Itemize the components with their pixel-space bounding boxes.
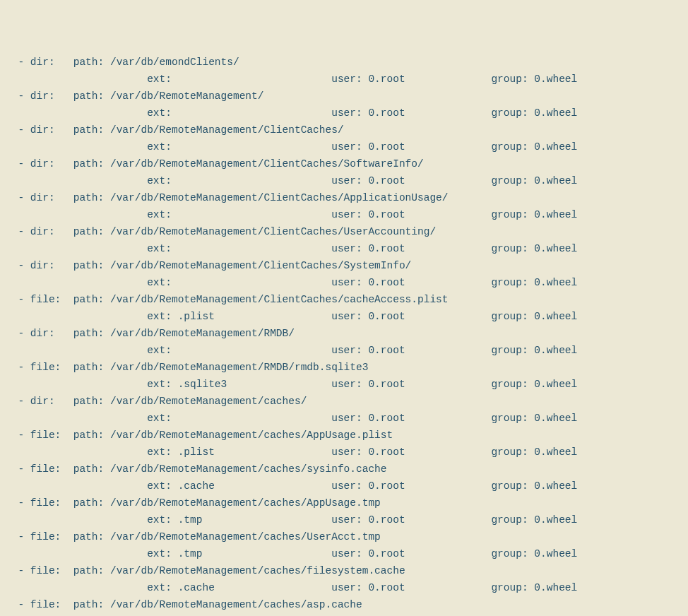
entry-line-path: - file: path: /var/db/RemoteManagement/c…	[6, 494, 682, 511]
entry-line-meta: ext: user: 0.root group: 0.wheel	[6, 71, 682, 88]
entry-line-meta: ext: user: 0.root group: 0.wheel	[6, 138, 682, 155]
entry-line-meta: ext: .cache user: 0.root group: 0.wheel	[6, 579, 682, 596]
entry-line-meta: ext: user: 0.root group: 0.wheel	[6, 105, 682, 122]
entry-line-path: - file: path: /var/db/RemoteManagement/c…	[6, 461, 682, 478]
entry-line-path: - file: path: /var/db/RemoteManagement/c…	[6, 427, 682, 444]
entry-line-meta: ext: .cache user: 0.root group: 0.wheel	[6, 613, 682, 616]
entry-line-path: - file: path: /var/db/RemoteManagement/c…	[6, 528, 682, 545]
entry-line-path: - dir: path: /var/db/RemoteManagement/RM…	[6, 325, 682, 342]
entry-line-meta: ext: .sqlite3 user: 0.root group: 0.whee…	[6, 376, 682, 393]
entry-line-path: - dir: path: /var/db/RemoteManagement/ca…	[6, 393, 682, 410]
entry-line-meta: ext: .tmp user: 0.root group: 0.wheel	[6, 511, 682, 528]
entry-line-meta: ext: user: 0.root group: 0.wheel	[6, 410, 682, 427]
entry-line-meta: ext: .cache user: 0.root group: 0.wheel	[6, 478, 682, 494]
entry-line-path: - dir: path: /var/db/RemoteManagement/Cl…	[6, 223, 682, 240]
entry-line-meta: ext: .tmp user: 0.root group: 0.wheel	[6, 545, 682, 562]
entry-line-path: - dir: path: /var/db/RemoteManagement/Cl…	[6, 189, 682, 206]
entry-line-path: - dir: path: /var/db/RemoteManagement/	[6, 88, 682, 105]
entry-line-meta: ext: user: 0.root group: 0.wheel	[6, 274, 682, 291]
entry-line-meta: ext: .plist user: 0.root group: 0.wheel	[6, 444, 682, 461]
entry-line-meta: ext: user: 0.root group: 0.wheel	[6, 206, 682, 223]
entry-line-meta: ext: user: 0.root group: 0.wheel	[6, 172, 682, 189]
entry-line-path: - dir: path: /var/db/emondClients/	[6, 54, 682, 71]
entry-line-meta: ext: user: 0.root group: 0.wheel	[6, 240, 682, 257]
entry-line-path: - file: path: /var/db/RemoteManagement/C…	[6, 291, 682, 308]
entry-line-path: - file: path: /var/db/RemoteManagement/c…	[6, 596, 682, 613]
entry-line-path: - dir: path: /var/db/RemoteManagement/Cl…	[6, 122, 682, 138]
entry-line-path: - file: path: /var/db/RemoteManagement/c…	[6, 562, 682, 579]
entry-line-path: - dir: path: /var/db/RemoteManagement/Cl…	[6, 155, 682, 172]
file-listing: - dir: path: /var/db/emondClients/ ext: …	[6, 54, 682, 616]
entry-line-path: - dir: path: /var/db/RemoteManagement/Cl…	[6, 257, 682, 274]
entry-line-path: - file: path: /var/db/RemoteManagement/R…	[6, 359, 682, 376]
entry-line-meta: ext: user: 0.root group: 0.wheel	[6, 342, 682, 359]
entry-line-meta: ext: .plist user: 0.root group: 0.wheel	[6, 308, 682, 325]
